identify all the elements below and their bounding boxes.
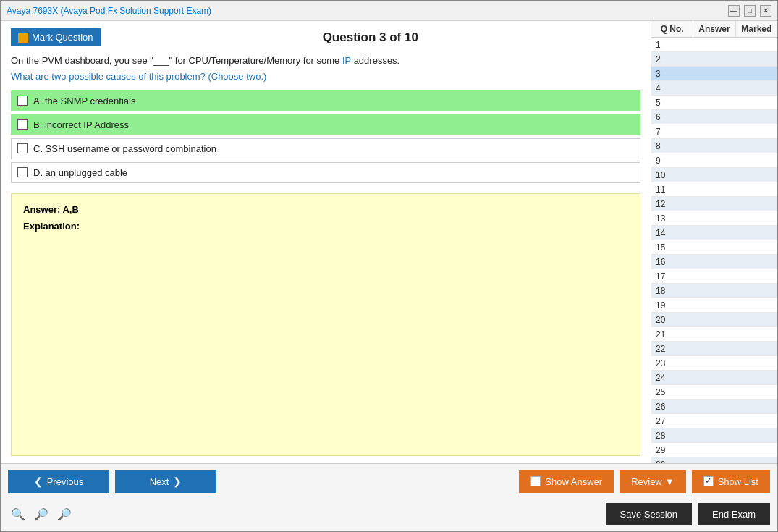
question-list-row-2[interactable]: 2 — [651, 52, 777, 67]
question-list-row-7[interactable]: 7 — [651, 124, 777, 139]
q-num-27: 27 — [651, 416, 684, 426]
question-list-row-11[interactable]: 11 — [651, 182, 777, 197]
q-num-23: 23 — [651, 358, 684, 368]
bottom-bar: ❮ Previous Next ❯ Show Answer Review ▼ S… — [1, 463, 777, 531]
q-num-2: 2 — [651, 54, 684, 64]
answer-line: Answer: A,B — [23, 204, 628, 215]
question-list-row-26[interactable]: 26 — [651, 400, 777, 414]
question-text-part1: On the PVM dashboard, you see " — [11, 55, 153, 66]
question-list-row-21[interactable]: 21 — [651, 327, 777, 342]
q-num-29: 29 — [651, 445, 684, 455]
question-list-row-27[interactable]: 27 — [651, 414, 777, 428]
question-text-part2: " for CPU/Temperature/Memory for some — [169, 55, 342, 66]
option-c-label: C. SSH username or password combination — [33, 143, 216, 154]
question-list-row-14[interactable]: 14 — [651, 226, 777, 240]
question-list-row-20[interactable]: 20 — [651, 313, 777, 327]
close-button[interactable]: ✕ — [760, 5, 771, 17]
mark-question-label: Mark Question — [32, 32, 93, 43]
question-list-row-6[interactable]: 6 — [651, 110, 777, 124]
end-exam-label: End Exam — [712, 509, 756, 520]
question-list-row-12[interactable]: 12 — [651, 197, 777, 211]
question-list-row-5[interactable]: 5 — [651, 96, 777, 110]
option-d-label: D. an unplugged cable — [33, 167, 127, 178]
mark-icon — [18, 33, 28, 43]
question-list-row-24[interactable]: 24 — [651, 371, 777, 385]
maximize-button[interactable]: □ — [744, 5, 756, 17]
option-d[interactable]: D. an unplugged cable — [11, 162, 640, 183]
question-list-row-30[interactable]: 30 — [651, 457, 777, 463]
q-num-22: 22 — [651, 344, 684, 354]
q-num-8: 8 — [651, 141, 684, 151]
question-list-row-22[interactable]: 22 — [651, 342, 777, 356]
next-label: Next — [150, 476, 169, 487]
save-session-button[interactable]: Save Session — [606, 503, 693, 525]
end-exam-button[interactable]: End Exam — [698, 503, 770, 525]
right-panel-header: Q No. Answer Marked — [651, 21, 777, 38]
question-list-row-9[interactable]: 9 — [651, 153, 777, 168]
question-title: Question 3 of 10 — [101, 30, 640, 45]
question-list-row-29[interactable]: 29 — [651, 443, 777, 457]
q-num-14: 14 — [651, 228, 684, 238]
zoom-in-button[interactable]: 🔎 — [54, 506, 75, 523]
question-list-row-15[interactable]: 15 — [651, 240, 777, 255]
q-num-3: 3 — [651, 69, 684, 79]
question-list-row-25[interactable]: 25 — [651, 385, 777, 400]
answer-box: Answer: A,B Explanation: — [11, 193, 640, 457]
q-num-25: 25 — [651, 387, 684, 397]
q-num-1: 1 — [651, 40, 684, 50]
question-list-row-3[interactable]: 3 — [651, 67, 777, 81]
zoom-reset-button[interactable]: 🔎 — [31, 506, 51, 523]
q-num-13: 13 — [651, 214, 684, 224]
review-dropdown-icon: ▼ — [665, 476, 675, 487]
question-list-row-28[interactable]: 28 — [651, 428, 777, 443]
next-button[interactable]: Next ❯ — [115, 470, 216, 493]
previous-button[interactable]: ❮ Previous — [8, 470, 109, 493]
question-list-row-10[interactable]: 10 — [651, 168, 777, 182]
question-list-row-18[interactable]: 18 — [651, 284, 777, 298]
show-answer-button[interactable]: Show Answer — [519, 470, 614, 493]
question-list-row-16[interactable]: 16 — [651, 255, 777, 269]
bottom-buttons-row2: 🔍 🔎 🔎 Save Session End Exam — [1, 499, 777, 531]
mark-question-button[interactable]: Mark Question — [11, 28, 101, 46]
next-chevron-icon: ❯ — [173, 476, 182, 487]
save-session-label: Save Session — [620, 509, 678, 520]
q-num-28: 28 — [651, 431, 684, 441]
header-row: Mark Question Question 3 of 10 — [11, 28, 640, 46]
review-button[interactable]: Review ▼ — [620, 470, 686, 493]
option-a-label: A. the SNMP credentials — [33, 96, 135, 106]
option-a[interactable]: A. the SNMP credentials — [11, 90, 640, 111]
question-list-row-19[interactable]: 19 — [651, 298, 777, 313]
checkbox-d — [17, 167, 28, 177]
title-bar: Avaya 7693X (Avaya Pod Fx Solution Suppo… — [1, 1, 777, 21]
window-controls: — □ ✕ — [728, 5, 771, 17]
question-list-row-23[interactable]: 23 — [651, 356, 777, 371]
question-list-row-8[interactable]: 8 — [651, 139, 777, 153]
question-list-row-1[interactable]: 1 — [651, 38, 777, 52]
q-num-6: 6 — [651, 112, 684, 122]
question-list-row-17[interactable]: 17 — [651, 269, 777, 284]
left-panel: Mark Question Question 3 of 10 On the PV… — [1, 21, 651, 463]
question-list-row-13[interactable]: 13 — [651, 211, 777, 226]
checkbox-a — [17, 96, 28, 106]
minimize-button[interactable]: — — [728, 5, 740, 17]
option-c[interactable]: C. SSH username or password combination — [11, 138, 640, 159]
prev-chevron-icon: ❮ — [34, 476, 43, 487]
q-num-4: 4 — [651, 83, 684, 93]
show-list-button[interactable]: Show List — [692, 470, 770, 493]
q-num-7: 7 — [651, 127, 684, 137]
q-num-21: 21 — [651, 329, 684, 339]
right-panel: Q No. Answer Marked 12345678910111213141… — [651, 21, 777, 463]
question-text: On the PVM dashboard, you see "___" for … — [11, 54, 640, 68]
option-b[interactable]: B. incorrect IP Address — [11, 114, 640, 135]
q-num-17: 17 — [651, 271, 684, 282]
q-num-18: 18 — [651, 286, 684, 296]
q-num-26: 26 — [651, 402, 684, 412]
option-b-label: B. incorrect IP Address — [33, 119, 129, 130]
question-list[interactable]: 1234567891011121314151617181920212223242… — [651, 38, 777, 463]
col-qno: Q No. — [651, 21, 693, 37]
question-list-row-4[interactable]: 4 — [651, 81, 777, 96]
show-list-label: Show List — [718, 476, 758, 487]
col-marked: Marked — [736, 21, 777, 37]
q-num-11: 11 — [651, 185, 684, 195]
zoom-out-button[interactable]: 🔍 — [8, 506, 28, 523]
